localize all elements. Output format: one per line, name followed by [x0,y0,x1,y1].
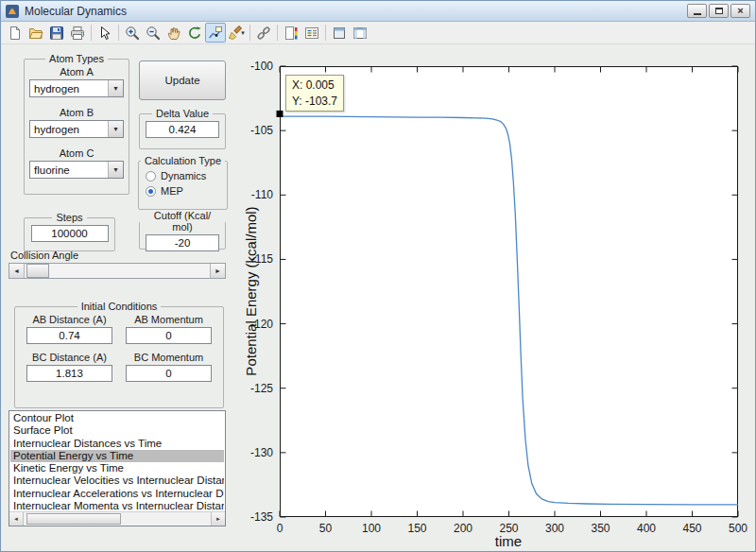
hide-plot-tools-button[interactable] [329,23,350,43]
dynamics-radio-row[interactable]: Dynamics [146,170,227,181]
listbox-horizontal-scrollbar[interactable]: ◄ ► [9,511,225,526]
data-cursor-icon [208,26,223,41]
svg-text:450: 450 [682,522,701,535]
edit-plot-icon [97,26,112,41]
pan-button[interactable] [163,23,184,43]
cutoff-title: Cutoff (Kcal/ mol) [140,210,225,233]
chevron-down-icon[interactable]: ▼ [108,162,123,178]
minimize-button[interactable] [687,4,707,18]
new-figure-button[interactable] [5,23,26,43]
svg-text:-105: -105 [250,124,273,137]
list-item[interactable]: Kinetic Energy vs Time [10,462,224,474]
toolbar-separator [277,25,278,41]
save-figure-icon [49,26,64,41]
scrollbar-track[interactable] [24,512,211,526]
brush-button[interactable]: ▾ [226,23,247,43]
collision-angle-label: Collision Angle [10,250,78,261]
update-button[interactable]: Update [139,60,226,100]
atom-b-value: hydrogen [30,124,108,135]
open-file-button[interactable] [26,23,46,43]
zoom-in-button[interactable] [122,23,143,43]
chevron-down-icon[interactable]: ▼ [108,80,123,96]
atom-c-value: fluorine [30,164,108,176]
datatip-y-value: Y: -103.7 [292,94,337,109]
pan-icon [166,26,181,41]
edit-plot-button[interactable] [94,23,115,43]
initial-conditions-panel: Initial Conditions AB Distance (A) AB Mo… [14,301,224,408]
delta-value-title: Delta Value [152,108,213,119]
svg-text:-100: -100 [250,60,273,73]
collision-angle-slider[interactable]: ◄ ► [9,263,226,279]
ab-distance-input[interactable] [26,327,112,344]
plot-type-listbox[interactable]: Contour Plot Surface Plot Internuclear D… [9,410,226,526]
list-item[interactable]: Surface Plot [10,424,224,437]
svg-text:150: 150 [407,522,426,535]
list-item[interactable]: Contour Plot [10,412,224,424]
brush-dropdown-icon[interactable]: ▾ [241,29,245,37]
data-cursor-button[interactable] [205,23,226,43]
ab-momentum-input[interactable] [126,327,212,344]
scrollbar-thumb[interactable] [26,513,121,525]
svg-text:-115: -115 [251,252,273,266]
scrollbar-right-arrow-icon[interactable]: ► [211,512,225,526]
scrollbar-left-arrow-icon[interactable]: ◄ [9,512,24,526]
atom-a-label: Atom A [29,66,124,78]
list-item[interactable]: Potential Energy vs Time [10,450,224,462]
slider-thumb[interactable] [26,264,49,278]
calculation-type-title: Calculation Type [141,155,225,166]
steps-input[interactable] [31,225,109,242]
bc-distance-input[interactable] [26,365,112,382]
insert-colorbar-icon [284,26,299,41]
show-plot-tools-button[interactable] [350,23,370,43]
delta-value-panel: Delta Value [139,108,226,149]
plot-pane: Potential Energy (kcal/mol) 050100150200… [237,44,755,551]
plot-svg[interactable]: 050100150200250300350400450500-135-130-1… [280,66,738,517]
cutoff-input[interactable] [146,234,219,251]
atom-c-dropdown[interactable]: fluorine ▼ [29,161,124,179]
slider-right-arrow-icon[interactable]: ► [210,264,225,278]
hide-plot-tools-icon [332,26,347,41]
delta-value-input[interactable] [146,121,219,138]
rotate-3d-button[interactable] [184,23,205,43]
open-file-icon [28,26,43,41]
atom-b-dropdown[interactable]: hydrogen ▼ [29,120,124,138]
bc-momentum-input[interactable] [126,365,212,382]
restore-button[interactable] [709,4,729,18]
zoom-out-button[interactable] [143,23,163,43]
print-figure-button[interactable] [67,23,88,43]
toolbar-separator [325,25,326,41]
list-item[interactable]: Internuclear Momenta vs Internuclear Dis… [10,500,224,511]
y-axis-label: Potential Energy (kcal/mol) [243,206,259,375]
list-item[interactable]: Internuclear Accelerations vs Internucle… [10,488,224,500]
list-item[interactable]: Internuclear Distances vs Time [10,438,224,450]
slider-track[interactable] [25,264,210,278]
rotate-3d-icon [187,26,202,41]
atom-a-dropdown[interactable]: hydrogen ▼ [29,79,124,97]
app-window: Molecular Dynamics × ▾ Atom T [0,0,756,552]
list-item[interactable]: Internuclear Velocities vs Internuclear … [10,474,224,487]
save-figure-button[interactable] [46,23,67,43]
mep-radio[interactable] [146,186,156,197]
titlebar[interactable]: Molecular Dynamics × [1,1,755,22]
datatip[interactable]: X: 0.005 Y: -103.7 [285,75,344,111]
restore-icon [715,8,723,14]
close-button[interactable]: × [730,4,750,18]
zoom-out-icon [146,26,161,41]
datatip-x-value: X: 0.005 [292,78,337,93]
x-axis-label: time [495,533,522,549]
link-plot-icon [256,26,271,41]
window-title: Molecular Dynamics [25,5,127,18]
atom-c-label: Atom C [29,147,124,159]
insert-colorbar-button[interactable] [281,23,301,43]
link-plot-button[interactable] [253,23,274,43]
mep-radio-row[interactable]: MEP [146,185,227,197]
slider-left-arrow-icon[interactable]: ◄ [9,264,25,278]
figure-canvas: Atom Types Atom A hydrogen ▼ Atom B hydr… [1,44,755,551]
figure-toolbar: ▾ [1,22,755,44]
axes[interactable]: 050100150200250300350400450500-135-130-1… [280,66,738,517]
svg-text:50: 50 [319,522,333,535]
dynamics-radio-label: Dynamics [161,170,206,181]
insert-legend-button[interactable] [301,23,322,43]
chevron-down-icon[interactable]: ▼ [108,121,123,137]
dynamics-radio[interactable] [146,171,156,181]
